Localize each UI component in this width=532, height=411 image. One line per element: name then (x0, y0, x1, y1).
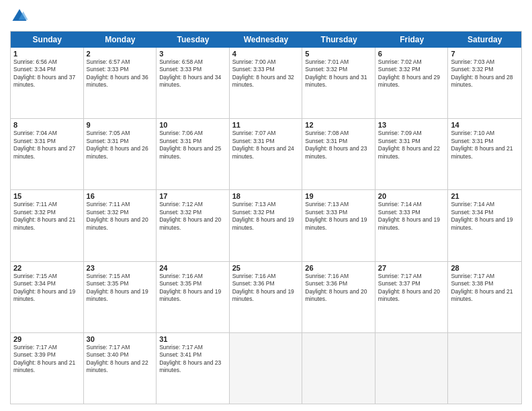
logo-icon (10, 7, 29, 26)
cell-info: Sunrise: 6:58 AMSunset: 3:33 PMDaylight:… (159, 58, 226, 89)
header-day-monday: Monday (84, 32, 157, 48)
day-number: 5 (305, 50, 372, 58)
calendar-cell: 9Sunrise: 7:05 AMSunset: 3:31 PMDaylight… (84, 119, 157, 189)
day-number: 23 (87, 264, 154, 272)
cell-info: Sunrise: 7:07 AMSunset: 3:31 PMDaylight:… (232, 130, 300, 161)
calendar-cell (375, 333, 449, 404)
calendar-cell: 6Sunrise: 7:02 AMSunset: 3:32 PMDaylight… (375, 48, 449, 118)
calendar-cell: 22Sunrise: 7:15 AMSunset: 3:34 PMDayligh… (11, 262, 84, 332)
cell-info: Sunrise: 7:15 AMSunset: 3:35 PMDaylight:… (87, 273, 154, 304)
calendar-cell: 15Sunrise: 7:11 AMSunset: 3:32 PMDayligh… (11, 190, 84, 261)
cell-info: Sunrise: 7:14 AMSunset: 3:34 PMDaylight:… (451, 201, 519, 232)
page: SundayMondayTuesdayWednesdayThursdayFrid… (0, 0, 532, 411)
day-number: 10 (159, 121, 226, 129)
calendar-cell: 12Sunrise: 7:08 AMSunset: 3:31 PMDayligh… (302, 119, 375, 189)
calendar-cell (302, 333, 375, 404)
cell-info: Sunrise: 7:17 AMSunset: 3:37 PMDaylight:… (378, 273, 445, 304)
calendar-cell: 20Sunrise: 7:14 AMSunset: 3:33 PMDayligh… (375, 190, 449, 261)
calendar-cell: 5Sunrise: 7:01 AMSunset: 3:32 PMDaylight… (302, 48, 375, 118)
calendar: SundayMondayTuesdayWednesdayThursdayFrid… (10, 31, 522, 404)
cell-info: Sunrise: 7:11 AMSunset: 3:32 PMDaylight:… (13, 201, 81, 232)
cell-info: Sunrise: 7:11 AMSunset: 3:32 PMDaylight:… (87, 201, 154, 232)
calendar-body: 1Sunrise: 6:56 AMSunset: 3:34 PMDaylight… (11, 48, 521, 404)
cell-info: Sunrise: 7:09 AMSunset: 3:31 PMDaylight:… (378, 130, 445, 161)
calendar-row-2: 15Sunrise: 7:11 AMSunset: 3:32 PMDayligh… (11, 190, 521, 261)
calendar-cell: 18Sunrise: 7:13 AMSunset: 3:32 PMDayligh… (230, 190, 303, 261)
calendar-cell: 29Sunrise: 7:17 AMSunset: 3:39 PMDayligh… (11, 333, 84, 404)
day-number: 22 (13, 264, 81, 272)
day-number: 18 (232, 192, 300, 200)
header (10, 7, 522, 26)
calendar-cell: 21Sunrise: 7:14 AMSunset: 3:34 PMDayligh… (448, 190, 521, 261)
cell-info: Sunrise: 7:13 AMSunset: 3:32 PMDaylight:… (232, 201, 300, 232)
cell-info: Sunrise: 7:17 AMSunset: 3:41 PMDaylight:… (159, 344, 226, 375)
calendar-cell: 11Sunrise: 7:07 AMSunset: 3:31 PMDayligh… (230, 119, 303, 189)
calendar-row-1: 8Sunrise: 7:04 AMSunset: 3:31 PMDaylight… (11, 119, 521, 190)
calendar-cell: 25Sunrise: 7:16 AMSunset: 3:36 PMDayligh… (230, 262, 303, 332)
cell-info: Sunrise: 7:14 AMSunset: 3:33 PMDaylight:… (378, 201, 445, 232)
calendar-cell: 30Sunrise: 7:17 AMSunset: 3:40 PMDayligh… (84, 333, 157, 404)
day-number: 9 (87, 121, 154, 129)
calendar-cell: 24Sunrise: 7:16 AMSunset: 3:35 PMDayligh… (157, 262, 230, 332)
calendar-cell: 14Sunrise: 7:10 AMSunset: 3:31 PMDayligh… (448, 119, 521, 189)
day-number: 26 (305, 264, 372, 272)
day-number: 24 (159, 264, 226, 272)
day-number: 4 (232, 50, 300, 58)
cell-info: Sunrise: 7:04 AMSunset: 3:31 PMDaylight:… (13, 130, 81, 161)
day-number: 14 (451, 121, 519, 129)
day-number: 12 (305, 121, 372, 129)
day-number: 30 (87, 335, 154, 343)
calendar-cell (448, 333, 521, 404)
day-number: 15 (13, 192, 81, 200)
calendar-cell: 28Sunrise: 7:17 AMSunset: 3:38 PMDayligh… (448, 262, 521, 332)
cell-info: Sunrise: 7:01 AMSunset: 3:32 PMDaylight:… (305, 58, 372, 89)
cell-info: Sunrise: 7:15 AMSunset: 3:34 PMDaylight:… (13, 273, 81, 304)
calendar-cell: 31Sunrise: 7:17 AMSunset: 3:41 PMDayligh… (157, 333, 230, 404)
day-number: 29 (13, 335, 81, 343)
calendar-row-3: 22Sunrise: 7:15 AMSunset: 3:34 PMDayligh… (11, 262, 521, 333)
cell-info: Sunrise: 7:16 AMSunset: 3:35 PMDaylight:… (159, 273, 226, 304)
calendar-cell: 2Sunrise: 6:57 AMSunset: 3:33 PMDaylight… (84, 48, 157, 118)
header-day-wednesday: Wednesday (230, 32, 303, 48)
cell-info: Sunrise: 7:17 AMSunset: 3:38 PMDaylight:… (451, 273, 519, 304)
day-number: 8 (13, 121, 81, 129)
cell-info: Sunrise: 7:05 AMSunset: 3:31 PMDaylight:… (87, 130, 154, 161)
calendar-cell: 13Sunrise: 7:09 AMSunset: 3:31 PMDayligh… (375, 119, 449, 189)
calendar-cell: 10Sunrise: 7:06 AMSunset: 3:31 PMDayligh… (157, 119, 230, 189)
calendar-cell: 17Sunrise: 7:12 AMSunset: 3:32 PMDayligh… (157, 190, 230, 261)
day-number: 17 (159, 192, 226, 200)
calendar-row-4: 29Sunrise: 7:17 AMSunset: 3:39 PMDayligh… (11, 333, 521, 404)
calendar-cell (230, 333, 303, 404)
day-number: 19 (305, 192, 372, 200)
calendar-cell: 16Sunrise: 7:11 AMSunset: 3:32 PMDayligh… (84, 190, 157, 261)
cell-info: Sunrise: 7:12 AMSunset: 3:32 PMDaylight:… (159, 201, 226, 232)
day-number: 6 (378, 50, 445, 58)
calendar-cell: 19Sunrise: 7:13 AMSunset: 3:33 PMDayligh… (302, 190, 375, 261)
day-number: 25 (232, 264, 300, 272)
header-day-thursday: Thursday (302, 32, 375, 48)
cell-info: Sunrise: 7:17 AMSunset: 3:40 PMDaylight:… (87, 344, 154, 375)
cell-info: Sunrise: 7:08 AMSunset: 3:31 PMDaylight:… (305, 130, 372, 161)
header-day-saturday: Saturday (448, 32, 521, 48)
cell-info: Sunrise: 7:00 AMSunset: 3:33 PMDaylight:… (232, 58, 300, 89)
day-number: 11 (232, 121, 300, 129)
calendar-header: SundayMondayTuesdayWednesdayThursdayFrid… (11, 32, 521, 48)
calendar-cell: 1Sunrise: 6:56 AMSunset: 3:34 PMDaylight… (11, 48, 84, 118)
day-number: 1 (13, 50, 81, 58)
day-number: 3 (159, 50, 226, 58)
day-number: 20 (378, 192, 445, 200)
day-number: 28 (451, 264, 519, 272)
calendar-cell: 7Sunrise: 7:03 AMSunset: 3:32 PMDaylight… (448, 48, 521, 118)
day-number: 21 (451, 192, 519, 200)
logo (10, 7, 32, 26)
calendar-cell: 27Sunrise: 7:17 AMSunset: 3:37 PMDayligh… (375, 262, 449, 332)
calendar-cell: 8Sunrise: 7:04 AMSunset: 3:31 PMDaylight… (11, 119, 84, 189)
header-day-friday: Friday (375, 32, 449, 48)
calendar-cell: 3Sunrise: 6:58 AMSunset: 3:33 PMDaylight… (157, 48, 230, 118)
cell-info: Sunrise: 7:13 AMSunset: 3:33 PMDaylight:… (305, 201, 372, 232)
cell-info: Sunrise: 7:10 AMSunset: 3:31 PMDaylight:… (451, 130, 519, 161)
cell-info: Sunrise: 7:03 AMSunset: 3:32 PMDaylight:… (451, 58, 519, 89)
cell-info: Sunrise: 7:16 AMSunset: 3:36 PMDaylight:… (232, 273, 300, 304)
calendar-cell: 26Sunrise: 7:16 AMSunset: 3:36 PMDayligh… (302, 262, 375, 332)
day-number: 2 (87, 50, 154, 58)
